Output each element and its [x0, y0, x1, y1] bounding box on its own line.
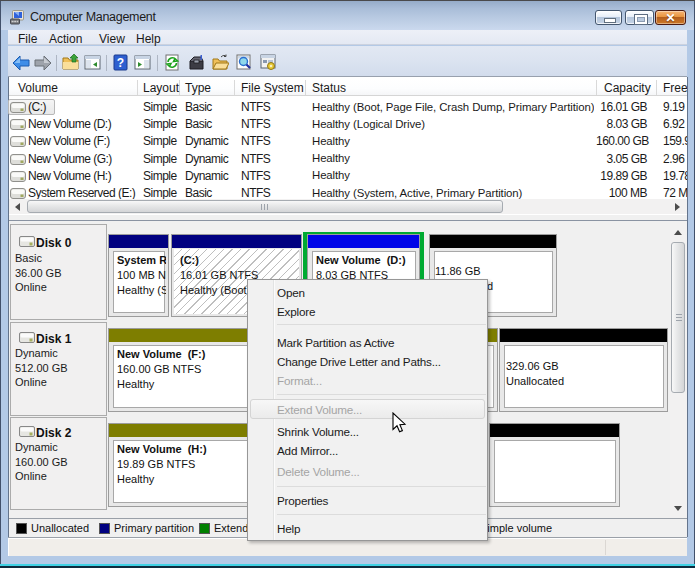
svg-text:?: ? [117, 56, 124, 70]
